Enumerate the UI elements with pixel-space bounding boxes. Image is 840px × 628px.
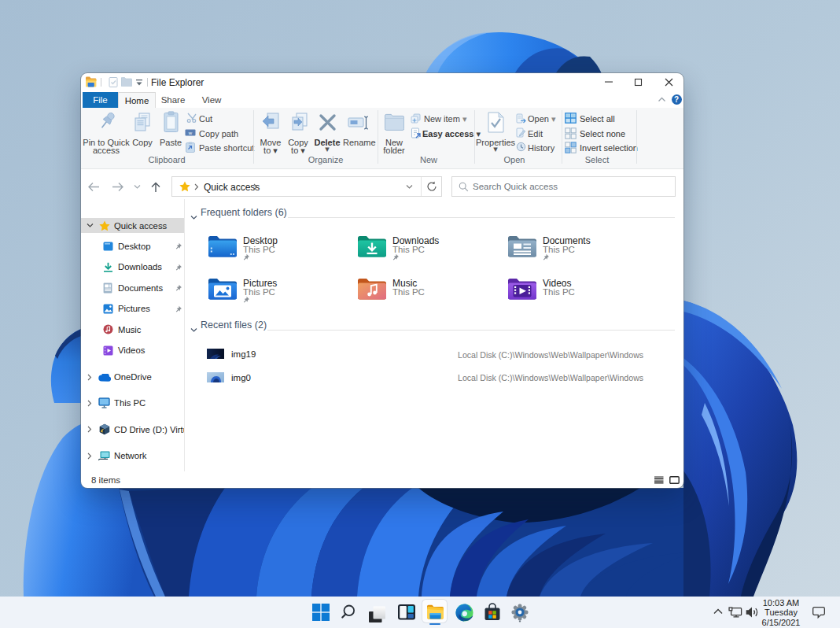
svg-text:w: w xyxy=(188,131,193,135)
